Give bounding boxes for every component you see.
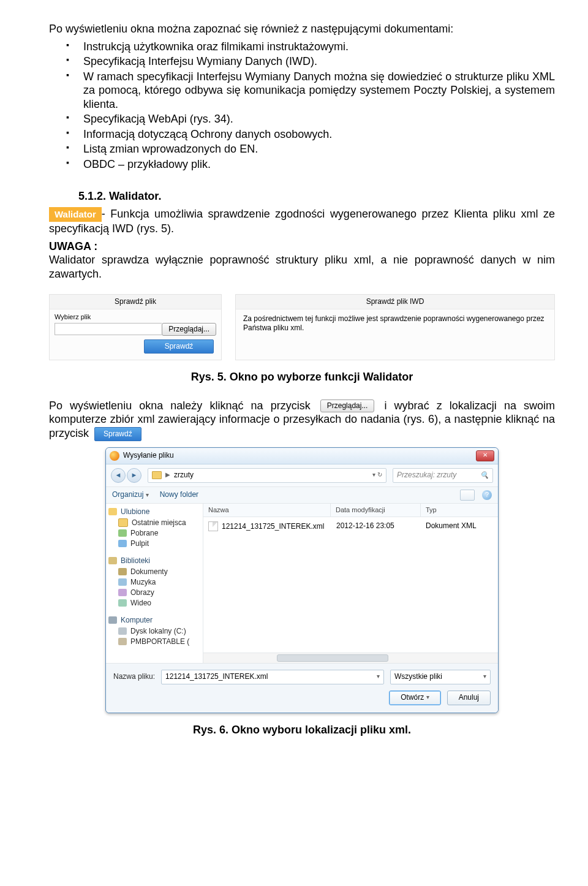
chevron-down-icon: ▾ (483, 673, 486, 681)
file-list-pane: Nazwa Data modyfikacji Typ 121214_131725… (203, 504, 498, 663)
bullet-item: Informacją dotyczącą Ochrony danych osob… (49, 127, 555, 142)
section-heading: 5.1.2. Walidator. (78, 189, 555, 203)
walidator-tag: Walidator (49, 207, 102, 222)
sidebar-item-video[interactable]: Wideo (108, 598, 200, 608)
bullet-item: Specyfikacją WebApi (rys. 34). (49, 112, 555, 126)
dialog-titlebar: Wysyłanie pliku ✕ (106, 448, 498, 464)
intro-para: Po wyświetleniu okna można zapoznać się … (49, 22, 555, 36)
breadcrumb-item: zrzuty (174, 471, 194, 480)
dialog-sidebar: Ulubione Ostatnie miejsca Pobrane Pulpit… (106, 504, 203, 663)
favorites-icon (108, 508, 117, 515)
sidebar-item-documents[interactable]: Dokumenty (108, 567, 200, 577)
after-fig5-para: Po wyświetleniu okna należy kliknąć na p… (49, 399, 555, 441)
col-type[interactable]: Typ (421, 504, 498, 517)
bullet-item: W ramach specyfikacji Interfejsu Wymiany… (49, 70, 555, 112)
check-iwd-panel: Sprawdź plik IWD Za pośrednictwem tej fu… (235, 294, 555, 360)
file-type: Dokument XML (421, 519, 498, 534)
panel-heading: Sprawdź plik (50, 295, 221, 309)
bullet-item: Specyfikacją Interfejsu Wymiany Danych (… (49, 55, 555, 69)
figure-caption-6: Rys. 6. Okno wyboru lokalizacji pliku xm… (49, 723, 555, 737)
check-button[interactable]: Sprawdź (144, 339, 214, 354)
horizontal-scrollbar[interactable] (203, 653, 498, 663)
bullet-item: Listą zmian wprowadzonych do EN. (49, 142, 555, 156)
open-button[interactable]: Otwórz ▾ (389, 691, 440, 705)
libraries-icon (108, 557, 117, 564)
sidebar-item-downloads[interactable]: Pobrane (108, 528, 200, 539)
view-options-button[interactable] (460, 490, 475, 501)
chevron-down-icon[interactable]: ▾ (377, 673, 380, 681)
uwaga-label: UWAGA : (49, 240, 97, 252)
dialog-bottom: Nazwa pliku: 121214_131725_INTEREK.xml▾ … (106, 663, 498, 713)
file-open-dialog: Wysyłanie pliku ✕ ◄ ► ▶ zrzuty ▾ ↻ Przes… (105, 447, 499, 713)
search-icon: 🔍 (480, 471, 489, 480)
bullet-list: Instrukcją użytkownika oraz filmikami in… (49, 40, 555, 172)
walidator-text: - Funkcja umożliwia sprawdzenie zgodnośc… (49, 208, 555, 235)
filename-input[interactable]: 121214_131725_INTEREK.xml▾ (161, 670, 384, 684)
sidebar-item-cdrive[interactable]: Dysk lokalny (C:) (108, 626, 200, 637)
panel-text: Za pośrednictwem tej funkcji możliwe jes… (236, 309, 554, 344)
chevron-right-icon: ▶ (165, 471, 170, 479)
bullet-item: Instrukcją użytkownika oraz filmikami in… (49, 40, 555, 54)
search-placeholder: Przeszukaj: zrzuty (397, 471, 456, 480)
new-folder-button[interactable]: Nowy folder (160, 490, 198, 499)
filename-label: Nazwa pliku: (113, 672, 155, 681)
sidebar-item-pictures[interactable]: Obrazy (108, 588, 200, 598)
panel-heading: Sprawdź plik IWD (236, 295, 554, 309)
sidebar-item-music[interactable]: Muzyka (108, 577, 200, 588)
sidebar-favorites[interactable]: Ulubione (121, 507, 149, 517)
xml-file-icon (208, 521, 218, 531)
help-icon[interactable]: ? (482, 490, 492, 500)
sidebar-libraries[interactable]: Biblioteki (121, 556, 150, 566)
firefox-icon (110, 451, 119, 461)
walidator-widget: Sprawdź plik Wybierz plik Przeglądaj... … (49, 294, 555, 360)
refresh-icon[interactable]: ▾ ↻ (372, 471, 382, 479)
check-button-inline[interactable]: Sprawdź (94, 427, 141, 441)
forward-button[interactable]: ► (127, 468, 141, 483)
choose-file-label: Wybierz plik (55, 313, 216, 322)
uwaga-para: UWAGA : Walidator sprawdza wyłącznie pop… (49, 240, 555, 281)
computer-icon (108, 616, 117, 624)
search-input[interactable]: Przeszukaj: zrzuty 🔍 (393, 468, 493, 483)
organize-button[interactable]: Organizuj ▾ (112, 490, 149, 499)
breadcrumb[interactable]: ▶ zrzuty ▾ ↻ (148, 468, 386, 483)
col-name[interactable]: Nazwa (203, 504, 331, 517)
walidator-para: Walidator- Funkcja umożliwia sprawdzenie… (49, 207, 555, 236)
cancel-button[interactable]: Anuluj (447, 691, 491, 705)
close-button[interactable]: ✕ (476, 450, 494, 461)
sidebar-computer[interactable]: Komputer (121, 616, 153, 625)
bullet-item: OBDC – przykładowy plik. (49, 157, 555, 172)
check-file-panel: Sprawdź plik Wybierz plik Przeglądaj... … (49, 294, 222, 360)
back-button[interactable]: ◄ (111, 468, 126, 483)
filetype-select[interactable]: Wszystkie pliki▾ (390, 670, 491, 684)
browse-button-inline[interactable]: Przeglądaj... (320, 399, 375, 412)
uwaga-text: Walidator sprawdza wyłącznie poprawność … (49, 254, 555, 280)
folder-icon (152, 471, 162, 479)
sidebar-item-desktop[interactable]: Pulpit (108, 539, 200, 549)
file-list-header: Nazwa Data modyfikacji Typ (203, 504, 498, 518)
file-name: 121214_131725_INTEREK.xml (222, 522, 324, 531)
sidebar-item-recent[interactable]: Ostatnie miejsca (108, 518, 200, 528)
file-row[interactable]: 121214_131725_INTEREK.xml 2012-12-16 23:… (203, 517, 498, 536)
sidebar-item-usb[interactable]: PMBPORTABLE ( (108, 637, 200, 647)
file-date: 2012-12-16 23:05 (331, 519, 421, 534)
file-input[interactable] (55, 323, 162, 335)
dialog-nav: ◄ ► ▶ zrzuty ▾ ↻ Przeszukaj: zrzuty 🔍 (106, 464, 498, 487)
dialog-title: Wysyłanie pliku (123, 451, 174, 460)
figure-caption-5: Rys. 5. Okno po wyborze funkcji Walidato… (49, 370, 555, 384)
dialog-toolbar: Organizuj ▾ Nowy folder ? (106, 487, 498, 504)
text-run: Po wyświetleniu okna należy kliknąć na p… (49, 399, 318, 412)
browse-button[interactable]: Przeglądaj... (162, 323, 216, 336)
col-date[interactable]: Data modyfikacji (331, 504, 421, 517)
